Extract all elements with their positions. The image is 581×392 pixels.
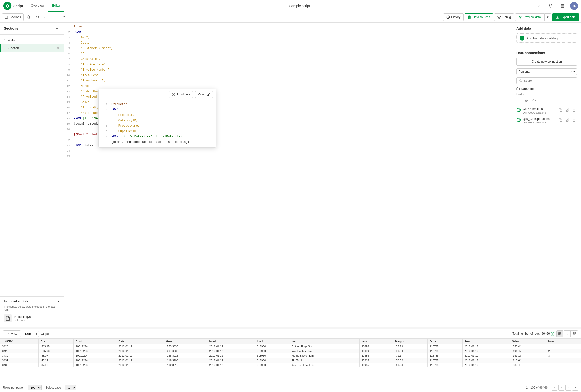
- col-header-invoi2[interactable]: Invoi...: [255, 339, 290, 344]
- geo-edit-btn[interactable]: [564, 107, 570, 113]
- table-select[interactable]: Sales: [23, 331, 39, 337]
- globe-icon-qlik-geo: [516, 118, 521, 123]
- create-connection-button[interactable]: Create new connection: [516, 58, 577, 65]
- code-line: 8 "Invoice Date",: [64, 62, 512, 68]
- table-cell: -37.29: [393, 344, 428, 349]
- page-nav: « ‹ › »: [552, 385, 578, 391]
- add-catalog-button[interactable]: + Add from data catalog: [516, 33, 577, 43]
- table-cell: 2012-01-12: [207, 349, 255, 354]
- sidebar-item-section[interactable]: ⠿ Section 🗑: [0, 44, 64, 52]
- svg-rect-9: [562, 7, 563, 7]
- grid-icon[interactable]: [558, 2, 566, 10]
- qlik-geo-copy-btn[interactable]: [558, 117, 563, 123]
- connections-search-box: [516, 77, 577, 84]
- code-icon-btn[interactable]: [34, 13, 41, 21]
- first-page-button[interactable]: «: [552, 385, 558, 391]
- popup-line: 4 CategoryID,: [102, 118, 213, 124]
- col-header-date[interactable]: Date: [116, 339, 164, 344]
- delete-section-button[interactable]: 🗑: [56, 46, 60, 50]
- copy-button[interactable]: [516, 97, 522, 103]
- preview-tab-button[interactable]: Preview: [3, 330, 21, 337]
- col-header-orde[interactable]: Orde...: [428, 339, 462, 344]
- personal-filter-select[interactable]: Personal ✕ ▾: [516, 68, 577, 75]
- user-avatar[interactable]: TL: [570, 2, 578, 10]
- col-header-sales[interactable]: Sales: [510, 339, 545, 344]
- code-editor[interactable]: 1Sales: 2LOAD 3 %KEY, 4 Cost, 5 "Custome…: [64, 22, 512, 327]
- svg-rect-6: [562, 5, 563, 6]
- open-button[interactable]: Open: [195, 91, 213, 98]
- qlik-geo-name: Qlik_GeoOperations: [523, 117, 550, 121]
- indent-icon-btn[interactable]: [42, 13, 50, 21]
- table-cell: 2012-01-12: [207, 344, 255, 349]
- table-cell: Washington Cran: [290, 349, 359, 354]
- clear-filter-icon[interactable]: ✕: [570, 70, 572, 73]
- export-icon: [556, 15, 559, 19]
- select-page-select[interactable]: 1: [65, 385, 76, 390]
- col-header-prom[interactable]: Prom...: [462, 339, 510, 344]
- data-sources-button[interactable]: Data sources: [464, 13, 493, 21]
- included-scripts-section: Included scripts ▾ The scripts below wer…: [0, 296, 64, 327]
- bell-icon[interactable]: [546, 2, 554, 10]
- history-icon: [446, 15, 450, 19]
- sections-button[interactable]: Sections: [2, 13, 24, 21]
- grid-view-button[interactable]: [571, 330, 578, 337]
- sidebar-title: Sections: [4, 26, 18, 30]
- qlik-geo-edit-btn[interactable]: [564, 117, 570, 123]
- table-cell: 2012-01-12: [116, 349, 164, 354]
- outdent-icon-btn[interactable]: [51, 13, 59, 21]
- sidebar-add-button[interactable]: +: [54, 25, 60, 31]
- col-header-gros[interactable]: Gros...: [164, 339, 207, 344]
- col-header-invoi1[interactable]: Invoi...: [207, 339, 255, 344]
- sidebar-item-main[interactable]: ⠿ Main: [0, 36, 64, 44]
- tab-editor[interactable]: Editor: [48, 0, 64, 12]
- next-page-button[interactable]: ›: [565, 385, 571, 391]
- folder-type-label: Folder: [516, 93, 577, 95]
- table-view-button[interactable]: [556, 330, 563, 337]
- read-only-button[interactable]: i Read only: [168, 91, 193, 98]
- table-cell: 10012226: [74, 363, 116, 368]
- link-button[interactable]: [524, 97, 530, 103]
- select-page-label: Select page: [46, 386, 61, 389]
- preview-button[interactable]: Preview data: [515, 13, 544, 21]
- file-info: Products.qvs DataFiles: [14, 315, 31, 322]
- table-cell: 10385: [359, 354, 393, 358]
- preview-arrow-button[interactable]: ▾: [544, 13, 551, 21]
- rows-per-page-select[interactable]: 100 50 25: [28, 385, 42, 390]
- col-header-margin[interactable]: Margin: [393, 339, 428, 344]
- help-icon[interactable]: ?: [535, 2, 543, 10]
- search-icon-btn[interactable]: [24, 13, 32, 21]
- resize-handle[interactable]: [0, 327, 581, 329]
- geo-delete-btn[interactable]: [571, 107, 577, 113]
- col-header-key[interactable]: ↕%KEY: [0, 339, 38, 344]
- qlik-geo-delete-btn[interactable]: [571, 117, 577, 123]
- col-header-item2[interactable]: Item ...: [359, 339, 393, 344]
- view-buttons: [556, 330, 578, 337]
- tab-overview[interactable]: Overview: [27, 0, 48, 12]
- included-scripts-header: Included scripts ▾: [4, 299, 60, 303]
- collapse-icon[interactable]: ▾: [58, 299, 60, 303]
- sidebar-item-label: Main: [8, 38, 60, 42]
- svg-marker-23: [498, 16, 501, 17]
- debug-button[interactable]: Debug: [494, 13, 514, 21]
- help-code-icon-btn[interactable]: ?: [60, 13, 68, 21]
- data-table-wrapper[interactable]: ↕%KEY Cost Cust... Date Gros... Invoi...…: [0, 339, 581, 383]
- col-header-sales2[interactable]: Sales...: [545, 339, 581, 344]
- geo-copy-btn[interactable]: [558, 107, 563, 113]
- svg-rect-36: [559, 332, 561, 335]
- last-page-button[interactable]: »: [572, 385, 578, 391]
- col-header-item1[interactable]: Item ...: [290, 339, 359, 344]
- add-data-title: Add data: [516, 26, 577, 30]
- conn-group-datafiles: DataFiles: [516, 87, 577, 91]
- col-header-cust[interactable]: Cust...: [74, 339, 116, 344]
- history-button[interactable]: History: [443, 13, 464, 21]
- table-row: 3432-37.98100122262012-01-12-102.3319201…: [0, 363, 581, 368]
- chevron-down-icon[interactable]: ▾: [574, 70, 575, 73]
- export-button[interactable]: Export data: [552, 13, 579, 21]
- code2-button[interactable]: [531, 97, 537, 103]
- list-view-button[interactable]: [564, 330, 571, 337]
- search-input[interactable]: [524, 79, 574, 82]
- prev-page-button[interactable]: ‹: [558, 385, 564, 391]
- row-count-info-icon[interactable]: i: [550, 332, 554, 336]
- table-cell: 115785: [428, 363, 462, 368]
- col-header-cost[interactable]: Cost: [38, 339, 74, 344]
